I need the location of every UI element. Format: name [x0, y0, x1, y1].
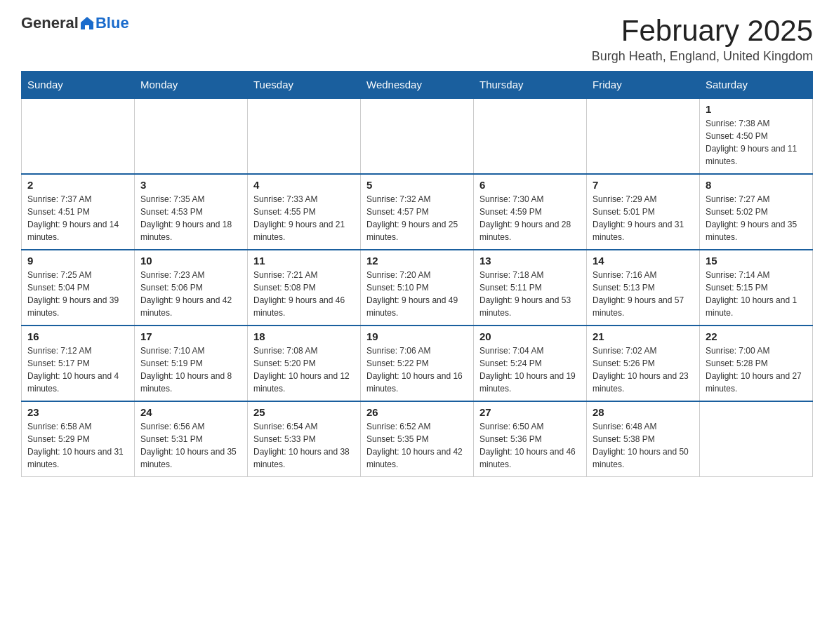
calendar-cell: 13Sunrise: 7:18 AMSunset: 5:11 PMDayligh… — [474, 250, 587, 326]
calendar-cell: 23Sunrise: 6:58 AMSunset: 5:29 PMDayligh… — [22, 401, 135, 477]
calendar-cell: 4Sunrise: 7:33 AMSunset: 4:55 PMDaylight… — [248, 174, 361, 250]
day-info: Sunrise: 7:12 AMSunset: 5:17 PMDaylight:… — [27, 344, 128, 395]
week-row-4: 16Sunrise: 7:12 AMSunset: 5:17 PMDayligh… — [22, 326, 813, 401]
calendar-title: February 2025 — [592, 14, 813, 48]
calendar-subtitle: Burgh Heath, England, United Kingdom — [592, 49, 813, 64]
calendar-cell: 25Sunrise: 6:54 AMSunset: 5:33 PMDayligh… — [248, 401, 361, 477]
calendar-cell: 1Sunrise: 7:38 AMSunset: 4:50 PMDaylight… — [700, 98, 813, 174]
day-number: 24 — [140, 406, 241, 418]
day-number: 28 — [593, 406, 694, 418]
calendar-cell: 8Sunrise: 7:27 AMSunset: 5:02 PMDaylight… — [700, 174, 813, 250]
header-thursday: Thursday — [474, 72, 587, 99]
day-number: 21 — [593, 330, 694, 342]
day-info: Sunrise: 7:25 AMSunset: 5:04 PMDaylight:… — [27, 269, 128, 319]
calendar-cell — [135, 98, 248, 174]
day-info: Sunrise: 7:33 AMSunset: 4:55 PMDaylight:… — [253, 193, 355, 243]
day-info: Sunrise: 7:30 AMSunset: 4:59 PMDaylight:… — [479, 193, 581, 243]
calendar-cell: 2Sunrise: 7:37 AMSunset: 4:51 PMDaylight… — [22, 174, 135, 250]
day-info: Sunrise: 7:20 AMSunset: 5:10 PMDaylight:… — [366, 269, 468, 319]
logo-general: General — [21, 14, 79, 32]
day-info: Sunrise: 7:21 AMSunset: 5:08 PMDaylight:… — [253, 269, 355, 319]
day-number: 27 — [479, 406, 581, 418]
day-info: Sunrise: 6:56 AMSunset: 5:31 PMDaylight:… — [140, 420, 241, 471]
day-number: 23 — [27, 406, 128, 418]
svg-marker-0 — [81, 17, 93, 29]
day-number: 14 — [593, 255, 694, 267]
calendar-cell — [587, 98, 700, 174]
day-number: 9 — [27, 255, 128, 267]
day-info: Sunrise: 7:38 AMSunset: 4:50 PMDaylight:… — [706, 117, 807, 168]
day-info: Sunrise: 6:58 AMSunset: 5:29 PMDaylight:… — [27, 420, 128, 471]
day-number: 22 — [706, 330, 807, 342]
day-info: Sunrise: 6:52 AMSunset: 5:35 PMDaylight:… — [366, 420, 468, 471]
calendar-cell: 6Sunrise: 7:30 AMSunset: 4:59 PMDaylight… — [474, 174, 587, 250]
day-info: Sunrise: 7:14 AMSunset: 5:15 PMDaylight:… — [706, 269, 807, 319]
day-number: 13 — [479, 255, 581, 267]
day-number: 2 — [27, 179, 128, 191]
day-info: Sunrise: 7:35 AMSunset: 4:53 PMDaylight:… — [140, 193, 241, 243]
day-number: 7 — [593, 179, 694, 191]
header-sunday: Sunday — [22, 72, 135, 99]
calendar-cell: 15Sunrise: 7:14 AMSunset: 5:15 PMDayligh… — [700, 250, 813, 326]
day-info: Sunrise: 7:06 AMSunset: 5:22 PMDaylight:… — [366, 344, 468, 395]
weekday-header-row: Sunday Monday Tuesday Wednesday Thursday… — [22, 72, 813, 99]
calendar-cell: 11Sunrise: 7:21 AMSunset: 5:08 PMDayligh… — [248, 250, 361, 326]
day-number: 4 — [253, 179, 355, 191]
calendar-cell: 10Sunrise: 7:23 AMSunset: 5:06 PMDayligh… — [135, 250, 248, 326]
day-number: 12 — [366, 255, 468, 267]
calendar-table: Sunday Monday Tuesday Wednesday Thursday… — [21, 71, 813, 477]
calendar-cell: 12Sunrise: 7:20 AMSunset: 5:10 PMDayligh… — [361, 250, 474, 326]
calendar-cell: 22Sunrise: 7:00 AMSunset: 5:28 PMDayligh… — [700, 326, 813, 401]
calendar-cell: 17Sunrise: 7:10 AMSunset: 5:19 PMDayligh… — [135, 326, 248, 401]
calendar-cell: 21Sunrise: 7:02 AMSunset: 5:26 PMDayligh… — [587, 326, 700, 401]
day-info: Sunrise: 7:32 AMSunset: 4:57 PMDaylight:… — [366, 193, 468, 243]
title-section: February 2025 Burgh Heath, England, Unit… — [592, 14, 813, 64]
calendar-cell: 16Sunrise: 7:12 AMSunset: 5:17 PMDayligh… — [22, 326, 135, 401]
logo-house-icon — [79, 15, 95, 31]
header-wednesday: Wednesday — [361, 72, 474, 99]
calendar-cell — [700, 401, 813, 477]
day-info: Sunrise: 7:02 AMSunset: 5:26 PMDaylight:… — [593, 344, 694, 395]
week-row-5: 23Sunrise: 6:58 AMSunset: 5:29 PMDayligh… — [22, 401, 813, 477]
day-info: Sunrise: 7:18 AMSunset: 5:11 PMDaylight:… — [479, 269, 581, 319]
day-info: Sunrise: 7:23 AMSunset: 5:06 PMDaylight:… — [140, 269, 241, 319]
calendar-cell: 9Sunrise: 7:25 AMSunset: 5:04 PMDaylight… — [22, 250, 135, 326]
calendar-cell — [248, 98, 361, 174]
logo-text: General Blue — [21, 14, 129, 32]
day-number: 3 — [140, 179, 241, 191]
day-number: 16 — [27, 330, 128, 342]
day-number: 17 — [140, 330, 241, 342]
header-saturday: Saturday — [700, 72, 813, 99]
day-number: 1 — [706, 103, 807, 115]
day-info: Sunrise: 7:00 AMSunset: 5:28 PMDaylight:… — [706, 344, 807, 395]
day-info: Sunrise: 7:08 AMSunset: 5:20 PMDaylight:… — [253, 344, 355, 395]
day-info: Sunrise: 6:48 AMSunset: 5:38 PMDaylight:… — [593, 420, 694, 471]
day-info: Sunrise: 6:54 AMSunset: 5:33 PMDaylight:… — [253, 420, 355, 471]
day-info: Sunrise: 7:37 AMSunset: 4:51 PMDaylight:… — [27, 193, 128, 243]
day-number: 25 — [253, 406, 355, 418]
day-number: 15 — [706, 255, 807, 267]
day-info: Sunrise: 7:16 AMSunset: 5:13 PMDaylight:… — [593, 269, 694, 319]
calendar-cell: 19Sunrise: 7:06 AMSunset: 5:22 PMDayligh… — [361, 326, 474, 401]
calendar-cell — [22, 98, 135, 174]
calendar-cell — [361, 98, 474, 174]
logo-blue: Blue — [95, 14, 129, 32]
calendar-cell: 14Sunrise: 7:16 AMSunset: 5:13 PMDayligh… — [587, 250, 700, 326]
day-number: 11 — [253, 255, 355, 267]
calendar-cell: 18Sunrise: 7:08 AMSunset: 5:20 PMDayligh… — [248, 326, 361, 401]
header-monday: Monday — [135, 72, 248, 99]
day-number: 20 — [479, 330, 581, 342]
day-info: Sunrise: 6:50 AMSunset: 5:36 PMDaylight:… — [479, 420, 581, 471]
day-number: 19 — [366, 330, 468, 342]
day-number: 10 — [140, 255, 241, 267]
calendar-cell: 28Sunrise: 6:48 AMSunset: 5:38 PMDayligh… — [587, 401, 700, 477]
week-row-2: 2Sunrise: 7:37 AMSunset: 4:51 PMDaylight… — [22, 174, 813, 250]
week-row-3: 9Sunrise: 7:25 AMSunset: 5:04 PMDaylight… — [22, 250, 813, 326]
logo: General Blue — [21, 14, 129, 32]
day-number: 6 — [479, 179, 581, 191]
day-number: 26 — [366, 406, 468, 418]
calendar-cell: 20Sunrise: 7:04 AMSunset: 5:24 PMDayligh… — [474, 326, 587, 401]
day-info: Sunrise: 7:10 AMSunset: 5:19 PMDaylight:… — [140, 344, 241, 395]
header-tuesday: Tuesday — [248, 72, 361, 99]
calendar-cell: 24Sunrise: 6:56 AMSunset: 5:31 PMDayligh… — [135, 401, 248, 477]
